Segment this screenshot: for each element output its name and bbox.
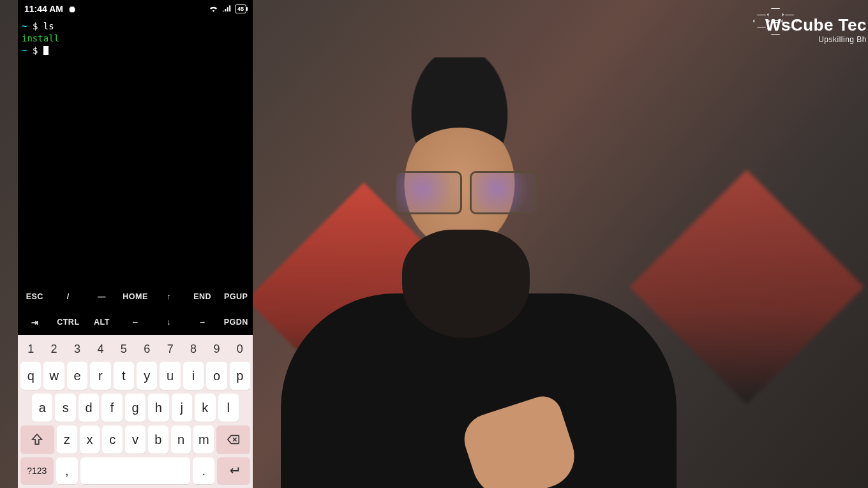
key-esc[interactable]: ESC [18, 284, 52, 309]
wifi-icon [209, 4, 218, 14]
key-slash[interactable]: / [52, 284, 86, 309]
brand-tagline: Upskilling Bh [765, 35, 867, 44]
kbd-row-q: q w e r t y u i o p [20, 362, 250, 390]
key-n[interactable]: n [171, 425, 191, 454]
presenter [306, 51, 638, 488]
key-t[interactable]: t [114, 362, 134, 390]
key-6[interactable]: 6 [137, 340, 157, 358]
key-dash[interactable]: — [85, 284, 119, 309]
key-backspace[interactable] [216, 425, 250, 454]
key-pgup[interactable]: PGUP [219, 284, 253, 309]
key-8[interactable]: 8 [183, 340, 204, 358]
key-b[interactable]: b [148, 425, 168, 454]
key-m[interactable]: m [193, 425, 214, 454]
key-space[interactable] [80, 457, 190, 484]
terminal[interactable]: ~ $ ls install ~ $ [18, 18, 253, 284]
key-1[interactable]: 1 [20, 340, 41, 358]
key-period[interactable]: . [193, 457, 214, 484]
key-q[interactable]: q [20, 362, 41, 390]
key-right[interactable]: → [186, 309, 220, 335]
key-symbols-mode[interactable]: ?123 [20, 457, 54, 484]
key-h[interactable]: h [148, 394, 168, 422]
key-z[interactable]: z [57, 425, 77, 454]
kbd-row-bottom: ?123 , . [20, 457, 250, 484]
battery-level: 45 [237, 5, 244, 13]
key-s[interactable]: s [55, 394, 75, 422]
key-ctrl[interactable]: CTRL [52, 309, 86, 335]
key-d[interactable]: d [79, 394, 99, 422]
key-7[interactable]: 7 [160, 340, 180, 358]
phone-screen: 11:44 AM ⏺ 45 ~ $ ls install ~ $ ESC / —… [18, 0, 253, 488]
key-home[interactable]: HOME [119, 284, 153, 309]
extra-keys-row-1: ESC / — HOME ↑ END PGUP [18, 284, 253, 309]
presenter-head [364, 57, 555, 249]
key-x[interactable]: x [80, 425, 100, 454]
key-5[interactable]: 5 [114, 340, 134, 358]
soft-keyboard: 1 2 3 4 5 6 7 8 9 0 q w e r t y u i o p … [18, 335, 253, 488]
key-pgdn[interactable]: PGDN [219, 309, 253, 335]
key-e[interactable]: e [67, 362, 87, 390]
key-left[interactable]: ← [119, 309, 153, 335]
key-down[interactable]: ↓ [152, 309, 186, 335]
key-f[interactable]: f [101, 394, 122, 422]
key-9[interactable]: 9 [206, 340, 227, 358]
terminal-cmd-1: ls [43, 21, 54, 31]
presenter-beard [402, 230, 530, 338]
key-2[interactable]: 2 [43, 340, 64, 358]
battery-icon: 45 [235, 4, 246, 13]
key-r[interactable]: r [90, 362, 110, 390]
camera-icon: ⏺ [68, 4, 77, 14]
brand-watermark: WsCube Tec Upskilling Bh [765, 15, 868, 44]
key-v[interactable]: v [125, 425, 146, 454]
key-y[interactable]: y [137, 362, 157, 390]
presenter-glasses [394, 171, 537, 214]
terminal-cursor [43, 46, 49, 55]
key-a[interactable]: a [32, 394, 52, 422]
key-k[interactable]: k [195, 394, 215, 422]
enter-icon [227, 464, 241, 478]
key-j[interactable]: j [172, 394, 192, 422]
key-up[interactable]: ↑ [152, 284, 186, 309]
terminal-extra-keys: ESC / — HOME ↑ END PGUP ⇥ CTRL ALT ← ↓ →… [18, 284, 253, 335]
key-shift[interactable] [20, 425, 54, 454]
key-p[interactable]: p [230, 362, 250, 390]
kbd-number-row: 1 2 3 4 5 6 7 8 9 0 [20, 340, 250, 358]
key-3[interactable]: 3 [67, 340, 87, 358]
key-0[interactable]: 0 [230, 340, 250, 358]
key-end[interactable]: END [186, 284, 220, 309]
key-comma[interactable]: , [56, 457, 78, 484]
key-i[interactable]: i [183, 362, 204, 390]
kbd-row-a: a s d f g h j k l [20, 394, 250, 422]
brand-logo-icon [753, 8, 799, 37]
key-4[interactable]: 4 [90, 340, 110, 358]
key-o[interactable]: o [206, 362, 227, 390]
key-u[interactable]: u [160, 362, 180, 390]
key-l[interactable]: l [218, 394, 239, 422]
key-enter[interactable] [217, 457, 250, 484]
status-time: 11:44 AM [24, 4, 63, 14]
backspace-icon [227, 433, 241, 447]
status-bar: 11:44 AM ⏺ 45 [18, 0, 253, 18]
key-tab[interactable]: ⇥ [18, 309, 52, 335]
key-c[interactable]: c [102, 425, 123, 454]
kbd-row-z: z x c v b n m [20, 425, 250, 454]
shift-icon [30, 433, 44, 447]
terminal-output-1: install [22, 33, 59, 43]
key-w[interactable]: w [43, 362, 64, 390]
key-alt[interactable]: ALT [85, 309, 119, 335]
signal-icon [222, 4, 231, 13]
extra-keys-row-2: ⇥ CTRL ALT ← ↓ → PGDN [18, 309, 253, 335]
key-g[interactable]: g [125, 394, 146, 422]
